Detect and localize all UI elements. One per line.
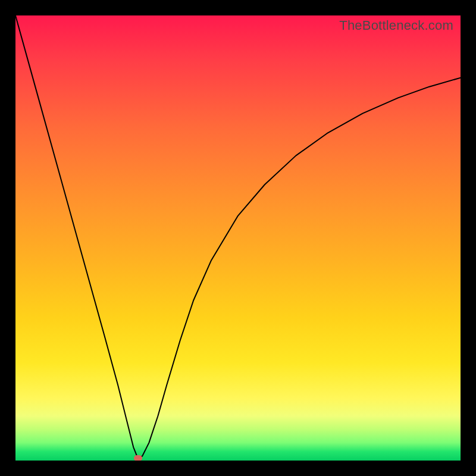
bottleneck-curve <box>15 15 461 458</box>
optimum-marker <box>134 455 142 461</box>
watermark-text: TheBottleneck.com <box>339 18 453 33</box>
chart-outer-frame: TheBottleneck.com <box>0 0 476 476</box>
curve-svg <box>15 15 461 461</box>
plot-area: TheBottleneck.com <box>15 15 461 461</box>
